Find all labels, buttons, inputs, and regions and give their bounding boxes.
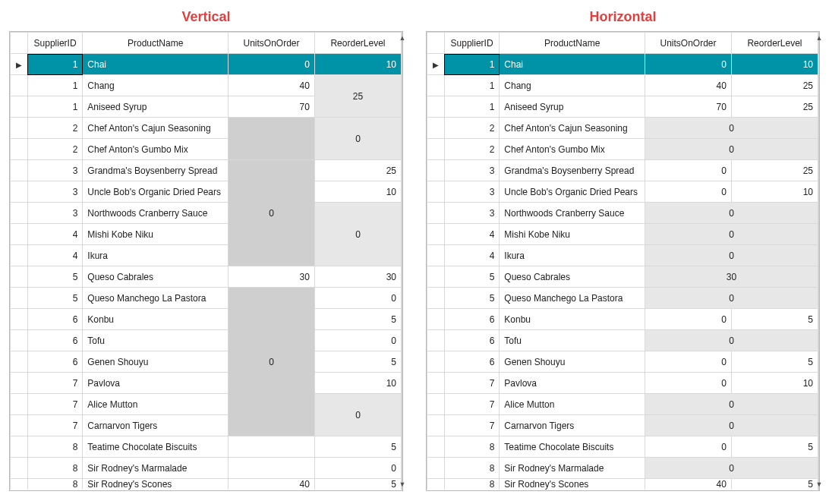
col-supplier[interactable]: SupplierID — [27, 33, 83, 54]
merged-cell-units-reorder[interactable]: 0 — [645, 330, 818, 351]
cell-product[interactable]: Tofu — [83, 330, 229, 351]
cell-product[interactable]: Sir Rodney's Scones — [500, 479, 645, 490]
cell-reorder[interactable]: 10 — [731, 54, 818, 75]
cell-units[interactable]: 0 — [645, 351, 732, 373]
cell-reorder[interactable]: 5 — [731, 309, 818, 330]
cell-product[interactable]: Chef Anton's Gumbo Mix — [500, 139, 645, 160]
table-row[interactable]: 4Ikura0 — [427, 245, 818, 266]
cell-supplier[interactable]: 8 — [27, 436, 83, 458]
col-reorder[interactable]: ReorderLevel — [731, 33, 818, 54]
cell-product[interactable]: Teatime Chocolate Biscuits — [83, 436, 229, 458]
cell-product[interactable]: Aniseed Syrup — [500, 96, 645, 118]
merged-cell-units-reorder[interactable]: 0 — [645, 458, 818, 479]
cell-reorder[interactable]: 5 — [314, 351, 401, 373]
table-row[interactable]: 5Queso Manchego La Pastora0 — [427, 288, 818, 309]
cell-supplier[interactable]: 8 — [444, 436, 500, 458]
cell-units[interactable]: 0 — [645, 436, 732, 458]
cell-product[interactable]: Chang — [500, 75, 645, 96]
cell-product[interactable]: Northwoods Cranberry Sauce — [500, 203, 645, 224]
merged-cell-reorder[interactable]: 0 — [314, 203, 401, 266]
table-row[interactable]: 8Sir Rodney's Scones405 — [427, 479, 818, 490]
cell-supplier[interactable]: 6 — [444, 330, 500, 351]
cell-units[interactable]: 70 — [229, 96, 315, 118]
cell-product[interactable]: Teatime Chocolate Biscuits — [500, 436, 645, 458]
cell-units[interactable] — [229, 458, 315, 479]
cell-supplier[interactable]: 7 — [27, 415, 83, 436]
cell-units[interactable]: 40 — [229, 479, 315, 490]
col-supplier[interactable]: SupplierID — [444, 33, 500, 54]
table-row[interactable]: 4Mishi Kobe Niku0 — [427, 224, 818, 245]
table-row[interactable]: 1Chang4025 — [427, 75, 818, 96]
cell-supplier[interactable]: 7 — [444, 415, 500, 436]
cell-reorder[interactable]: 10 — [314, 181, 401, 203]
cell-reorder[interactable]: 25 — [731, 160, 818, 181]
merged-cell-units-reorder[interactable]: 0 — [645, 415, 818, 436]
col-reorder[interactable]: ReorderLevel — [314, 33, 401, 54]
table-row[interactable]: 7Carnarvon Tigers0 — [427, 415, 818, 436]
cell-supplier[interactable]: 3 — [444, 160, 500, 181]
cell-supplier[interactable]: 8 — [27, 479, 83, 490]
cell-product[interactable]: Ikura — [500, 245, 645, 266]
cell-supplier[interactable]: 5 — [444, 288, 500, 309]
cell-supplier[interactable]: 6 — [444, 351, 500, 373]
col-product[interactable]: ProductName — [500, 33, 645, 54]
cell-supplier[interactable]: 3 — [27, 203, 83, 224]
cell-product[interactable]: Mishi Kobe Niku — [500, 224, 645, 245]
table-row[interactable]: 7 Alice Mutton 0 — [11, 394, 402, 415]
merged-cell-units-reorder[interactable]: 0 — [645, 394, 818, 415]
table-row[interactable]: ▶ 1 Chai 0 10 — [11, 54, 402, 75]
cell-product[interactable]: Uncle Bob's Organic Dried Pears — [500, 181, 645, 203]
cell-units[interactable]: 0 — [645, 54, 732, 75]
cell-supplier[interactable]: 4 — [27, 224, 83, 245]
table-row[interactable]: 6Tofu0 — [427, 330, 818, 351]
cell-supplier[interactable]: 5 — [27, 288, 83, 309]
merged-cell-units-reorder[interactable]: 0 — [645, 139, 818, 160]
cell-supplier[interactable]: 3 — [444, 181, 500, 203]
cell-units[interactable]: 0 — [645, 160, 732, 181]
cell-product[interactable]: Sir Rodney's Scones — [83, 479, 229, 490]
cell-reorder[interactable]: 25 — [731, 75, 818, 96]
table-row[interactable]: 7Alice Mutton0 — [427, 394, 818, 415]
merged-cell-units-reorder[interactable]: 30 — [645, 266, 818, 288]
cell-reorder[interactable]: 25 — [731, 96, 818, 118]
cell-product[interactable]: Sir Rodney's Marmalade — [83, 458, 229, 479]
merged-cell-units-reorder[interactable]: 0 — [645, 118, 818, 139]
cell-product[interactable]: Grandma's Boysenberry Spread — [83, 160, 229, 181]
table-row[interactable]: 3 Uncle Bob's Organic Dried Pears 10 — [11, 181, 402, 203]
cell-supplier[interactable]: 8 — [27, 458, 83, 479]
cell-supplier[interactable]: 7 — [444, 394, 500, 415]
cell-supplier[interactable]: 1 — [27, 54, 83, 75]
cell-product[interactable]: Tofu — [500, 330, 645, 351]
table-row[interactable]: 6Genen Shouyu05 — [427, 351, 818, 373]
cell-supplier[interactable]: 3 — [27, 160, 83, 181]
cell-product[interactable]: Queso Cabrales — [83, 266, 229, 288]
table-row[interactable]: 6Konbu05 — [427, 309, 818, 330]
cell-supplier[interactable]: 3 — [27, 181, 83, 203]
cell-units[interactable]: 40 — [645, 479, 732, 490]
cell-supplier[interactable]: 5 — [444, 266, 500, 288]
table-row[interactable]: ▶1Chai010 — [427, 54, 818, 75]
cell-product[interactable]: Konbu — [83, 309, 229, 330]
cell-units[interactable]: 40 — [229, 75, 315, 96]
cell-supplier[interactable]: 1 — [444, 75, 500, 96]
cell-product[interactable]: Mishi Kobe Niku — [83, 224, 229, 245]
vertical-scrollbar[interactable]: ▲ ▼ — [402, 32, 402, 490]
table-row[interactable]: 3 Northwoods Cranberry Sauce 0 — [11, 203, 402, 224]
cell-product[interactable]: Chai — [500, 54, 645, 75]
cell-supplier[interactable]: 6 — [444, 309, 500, 330]
cell-units[interactable]: 0 — [229, 54, 315, 75]
table-row[interactable]: 5Queso Cabrales30 — [427, 266, 818, 288]
cell-supplier[interactable]: 8 — [444, 458, 500, 479]
table-row[interactable]: 2Chef Anton's Gumbo Mix0 — [427, 139, 818, 160]
cell-reorder[interactable]: 10 — [731, 181, 818, 203]
cell-product[interactable]: Chai — [83, 54, 229, 75]
cell-product[interactable]: Genen Shouyu — [83, 351, 229, 373]
table-row[interactable]: 2 Chef Anton's Cajun Seasoning 0 — [11, 118, 402, 139]
cell-product[interactable]: Aniseed Syrup — [83, 96, 229, 118]
cell-reorder[interactable]: 30 — [314, 266, 401, 288]
merged-cell-units-reorder[interactable]: 0 — [645, 224, 818, 245]
merged-cell-units[interactable]: 0 — [229, 288, 315, 436]
table-row[interactable]: 7 Pavlova 10 — [11, 373, 402, 394]
cell-product[interactable]: Grandma's Boysenberry Spread — [500, 160, 645, 181]
table-row[interactable]: 3Grandma's Boysenberry Spread025 — [427, 160, 818, 181]
